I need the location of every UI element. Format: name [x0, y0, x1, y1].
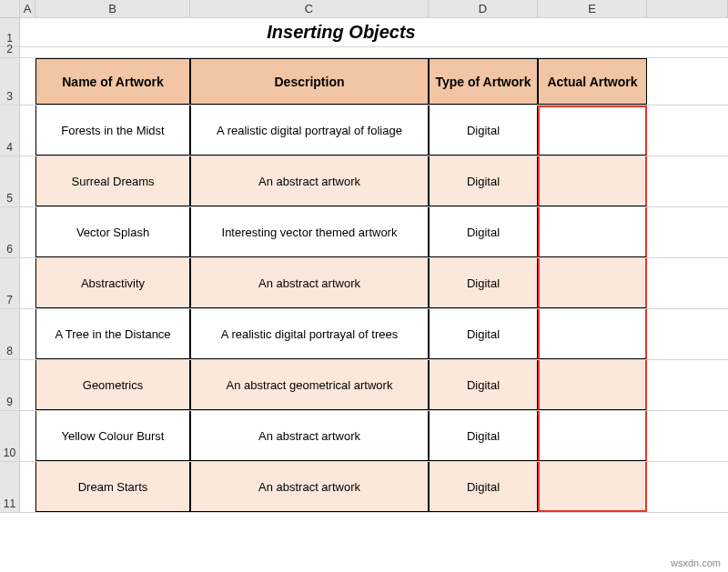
watermark: wsxdn.com: [671, 557, 721, 568]
row-header-11[interactable]: 11: [0, 462, 20, 512]
th-actual[interactable]: Actual Artwork: [538, 58, 647, 105]
cell-A8[interactable]: [20, 309, 35, 359]
cell-actual-3[interactable]: [538, 258, 647, 308]
row-8: 8 A Tree in the Distance A realistic dig…: [0, 309, 728, 360]
th-name[interactable]: Name of Artwork: [35, 58, 190, 105]
row-2: 2: [0, 47, 728, 58]
cell-rest-10[interactable]: [647, 411, 728, 461]
cell-rest-3[interactable]: [647, 58, 728, 105]
page-title[interactable]: Inserting Objects: [35, 18, 647, 46]
cell-rest-11[interactable]: [647, 462, 728, 512]
cell-rest-5[interactable]: [647, 156, 728, 206]
col-header-E[interactable]: E: [538, 0, 647, 17]
th-description[interactable]: Description: [190, 58, 429, 105]
row-5: 5 Surreal Dreams An abstract artwork Dig…: [0, 156, 728, 207]
cell-desc-3[interactable]: An abstract artwork: [190, 258, 429, 308]
col-header-D[interactable]: D: [429, 0, 538, 17]
row-header-9[interactable]: 9: [0, 360, 20, 410]
cell-A10[interactable]: [20, 411, 35, 461]
row-header-10[interactable]: 10: [0, 411, 20, 461]
cell-rest-9[interactable]: [647, 360, 728, 410]
cell-desc-6[interactable]: An abstract artwork: [190, 411, 429, 461]
cell-D2[interactable]: [429, 47, 538, 57]
row-header-3[interactable]: 3: [0, 58, 20, 105]
cell-type-5[interactable]: Digital: [429, 360, 538, 410]
row-header-5[interactable]: 5: [0, 156, 20, 206]
cell-rest-4[interactable]: [647, 105, 728, 156]
col-header-rest: [647, 0, 728, 17]
cell-actual-5[interactable]: [538, 360, 647, 410]
cell-A6[interactable]: [20, 207, 35, 257]
row-header-6[interactable]: 6: [0, 207, 20, 257]
cell-type-2[interactable]: Digital: [429, 207, 538, 257]
cell-name-0[interactable]: Forests in the Midst: [35, 105, 190, 156]
row-11: 11 Dream Starts An abstract artwork Digi…: [0, 462, 728, 513]
th-type[interactable]: Type of Artwork: [429, 58, 538, 105]
cell-name-5[interactable]: Geometrics: [35, 360, 190, 410]
cell-A7[interactable]: [20, 258, 35, 308]
cell-desc-5[interactable]: An abstract geometrical artwork: [190, 360, 429, 410]
col-header-B[interactable]: B: [35, 0, 190, 17]
row-3: 3 Name of Artwork Description Type of Ar…: [0, 58, 728, 105]
cell-rest-2[interactable]: [647, 47, 728, 57]
cell-rest-1[interactable]: [647, 18, 728, 46]
cell-type-7[interactable]: Digital: [429, 462, 538, 512]
cell-rest-7[interactable]: [647, 258, 728, 308]
cell-A2[interactable]: [20, 47, 35, 57]
cell-name-1[interactable]: Surreal Dreams: [35, 156, 190, 206]
cell-A5[interactable]: [20, 156, 35, 206]
row-header-4[interactable]: 4: [0, 105, 20, 156]
cell-desc-4[interactable]: A realistic digital portrayal of trees: [190, 309, 429, 359]
row-10: 10 Yellow Colour Burst An abstract artwo…: [0, 411, 728, 462]
cell-E2[interactable]: [538, 47, 647, 57]
row-header-7[interactable]: 7: [0, 258, 20, 308]
row-1: 1 Inserting Objects: [0, 18, 728, 47]
row-6: 6 Vector Splash Interesting vector theme…: [0, 207, 728, 258]
cell-name-7[interactable]: Dream Starts: [35, 462, 190, 512]
row-area: 1 Inserting Objects 2 3 Name of Artwork …: [0, 18, 728, 513]
cell-name-2[interactable]: Vector Splash: [35, 207, 190, 257]
cell-name-3[interactable]: Abstractivity: [35, 258, 190, 308]
spreadsheet: A B C D E 1 Inserting Objects 2 3 Na: [0, 0, 728, 572]
cell-desc-2[interactable]: Interesting vector themed artwork: [190, 207, 429, 257]
cell-desc-0[interactable]: A realistic digital portrayal of foliage: [190, 105, 429, 156]
column-header-row: A B C D E: [0, 0, 728, 18]
cell-type-6[interactable]: Digital: [429, 411, 538, 461]
cell-type-1[interactable]: Digital: [429, 156, 538, 206]
select-all-corner[interactable]: [0, 0, 20, 17]
cell-type-4[interactable]: Digital: [429, 309, 538, 359]
cell-C2[interactable]: [190, 47, 429, 57]
cell-rest-6[interactable]: [647, 207, 728, 257]
cell-A4[interactable]: [20, 105, 35, 156]
row-7: 7 Abstractivity An abstract artwork Digi…: [0, 258, 728, 309]
cell-actual-6[interactable]: [538, 411, 647, 461]
cell-A11[interactable]: [20, 462, 35, 512]
cell-name-6[interactable]: Yellow Colour Burst: [35, 411, 190, 461]
cell-desc-1[interactable]: An abstract artwork: [190, 156, 429, 206]
col-header-C[interactable]: C: [190, 0, 429, 17]
cell-type-0[interactable]: Digital: [429, 105, 538, 156]
cell-name-4[interactable]: A Tree in the Distance: [35, 309, 190, 359]
cell-type-3[interactable]: Digital: [429, 258, 538, 308]
cell-B2[interactable]: [35, 47, 190, 57]
cell-rest-8[interactable]: [647, 309, 728, 359]
cell-A3[interactable]: [20, 58, 35, 105]
row-4: 4 Forests in the Midst A realistic digit…: [0, 105, 728, 156]
cell-actual-0[interactable]: [538, 105, 647, 156]
cell-actual-7[interactable]: [538, 462, 647, 512]
row-header-8[interactable]: 8: [0, 309, 20, 359]
cell-desc-7[interactable]: An abstract artwork: [190, 462, 429, 512]
cell-actual-4[interactable]: [538, 309, 647, 359]
col-header-A[interactable]: A: [20, 0, 35, 17]
cell-actual-1[interactable]: [538, 156, 647, 206]
cell-A9[interactable]: [20, 360, 35, 410]
cell-actual-2[interactable]: [538, 207, 647, 257]
cell-A1[interactable]: [20, 18, 35, 46]
row-header-2[interactable]: 2: [0, 47, 20, 57]
row-9: 9 Geometrics An abstract geometrical art…: [0, 360, 728, 411]
